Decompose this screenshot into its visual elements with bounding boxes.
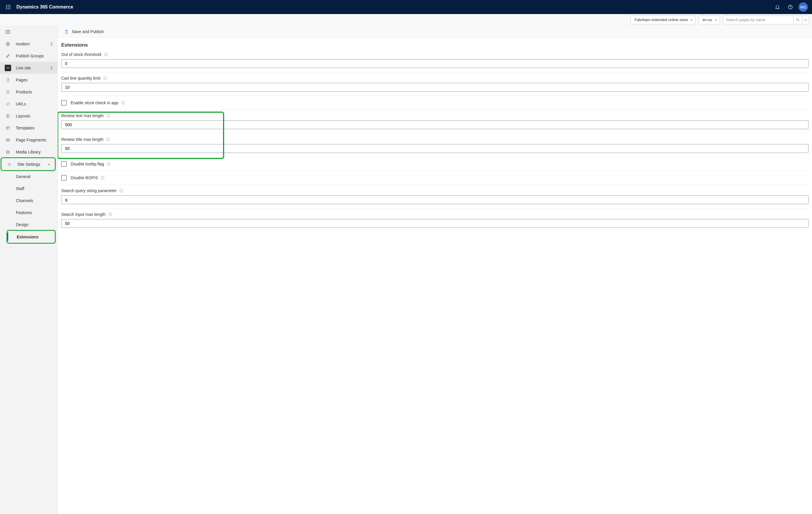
info-icon[interactable] xyxy=(104,52,108,57)
chevron-up-icon xyxy=(47,162,51,166)
svg-point-14 xyxy=(7,93,8,93)
chevron-down-icon xyxy=(690,19,693,21)
save-and-publish-button[interactable]: Save and Publish xyxy=(64,29,104,34)
out-of-stock-threshold-input[interactable] xyxy=(61,59,809,68)
sidebar-sub-features[interactable]: Features xyxy=(0,207,57,218)
help-button[interactable] xyxy=(784,0,797,14)
sidebar-item-publish-groups[interactable]: Publish Groups xyxy=(0,50,57,62)
sidebar-sub-extensions[interactable]: Extensions xyxy=(7,231,55,243)
disable-tooltip-checkbox[interactable] xyxy=(61,161,66,167)
field-label: Cart line quantity limit xyxy=(61,76,100,81)
sidebar-item-label: Media Library xyxy=(16,150,41,154)
info-icon[interactable] xyxy=(100,175,105,180)
link-icon xyxy=(5,101,11,107)
page-toolbar: Save and Publish xyxy=(58,26,812,37)
sidebar-sub-general[interactable]: General xyxy=(0,171,57,182)
field-enable-stock-check: Enable stock check in app xyxy=(61,96,809,110)
sidebar-item-label: Features xyxy=(16,210,32,215)
cart-icon xyxy=(5,89,11,95)
publish-icon xyxy=(5,53,11,59)
sidebar-sub-staff[interactable]: Staff xyxy=(0,182,57,194)
sidebar-item-label: Design xyxy=(16,222,29,227)
fragment-icon xyxy=(5,137,11,143)
field-label: Review text max length xyxy=(61,113,104,118)
sidebar-item-media[interactable]: Media Library xyxy=(0,146,57,158)
field-disable-bopis: Disable BOPIS xyxy=(61,171,809,185)
locale-selector[interactable]: en-us xyxy=(699,16,720,24)
sidebar-item-label: Products xyxy=(16,90,32,94)
disable-bopis-checkbox[interactable] xyxy=(61,175,66,180)
svg-point-10 xyxy=(790,8,790,8)
upload-icon xyxy=(64,29,69,34)
svg-point-21 xyxy=(9,164,10,165)
main-panel: Save and Publish Extensions Out of stock… xyxy=(58,26,812,514)
field-out-of-stock-threshold: Out of stock threshold xyxy=(61,52,809,72)
sidebar-item-templates[interactable]: Templates xyxy=(0,122,57,134)
sidebar-item-label: Page Fragments xyxy=(16,138,46,142)
info-icon[interactable] xyxy=(106,137,111,142)
field-review-text-max: Review text max length xyxy=(61,113,809,133)
svg-rect-17 xyxy=(6,126,10,129)
search-query-param-input[interactable] xyxy=(61,195,809,204)
sidebar-sub-design[interactable]: Design xyxy=(0,218,57,231)
info-icon[interactable] xyxy=(108,212,113,217)
info-icon[interactable] xyxy=(121,100,125,105)
sidebar-item-label: Extensions xyxy=(17,235,39,239)
broadcast-icon xyxy=(5,65,11,71)
notifications-button[interactable] xyxy=(771,0,784,14)
sidebar-item-pages[interactable]: Pages xyxy=(0,74,57,86)
chevron-down-icon xyxy=(804,19,807,21)
hamburger-icon xyxy=(5,29,11,35)
svg-point-2 xyxy=(9,5,10,6)
svg-point-0 xyxy=(6,5,7,6)
page-search-button[interactable] xyxy=(793,16,802,24)
page-search-options[interactable] xyxy=(802,16,809,24)
svg-rect-20 xyxy=(7,151,9,153)
cart-line-limit-input[interactable] xyxy=(61,83,809,92)
svg-point-3 xyxy=(6,6,7,7)
svg-point-13 xyxy=(8,67,8,68)
info-icon[interactable] xyxy=(106,162,111,167)
sidebar-item-urls[interactable]: URLs xyxy=(0,98,57,110)
field-search-query-param: Search query string parameter xyxy=(61,188,809,209)
review-title-max-input[interactable] xyxy=(61,144,809,153)
sidebar-item-modern[interactable]: modern xyxy=(0,38,57,50)
info-icon[interactable] xyxy=(103,76,108,81)
chevron-down-icon xyxy=(715,19,717,21)
sidebar-item-live-site[interactable]: Live site xyxy=(0,62,57,74)
svg-point-6 xyxy=(6,8,7,9)
search-input-max-input[interactable] xyxy=(61,219,809,228)
sidebar-item-products[interactable]: Products xyxy=(0,86,57,98)
info-icon[interactable] xyxy=(119,188,124,193)
svg-point-15 xyxy=(8,93,9,93)
sidebar-item-site-settings[interactable]: Site Settings xyxy=(1,158,55,170)
sidebar-item-label: General xyxy=(16,174,30,179)
content-scroll[interactable]: Extensions Out of stock threshold Cart l… xyxy=(58,37,812,514)
page-search xyxy=(723,16,809,24)
sidebar-item-layouts[interactable]: Layouts xyxy=(0,110,57,122)
help-icon xyxy=(788,4,793,10)
sidebar-item-fragments[interactable]: Page Fragments xyxy=(0,134,57,146)
user-avatar[interactable]: MG xyxy=(799,2,808,12)
enable-stock-check-checkbox[interactable] xyxy=(61,100,66,105)
sidebar-sub-channels[interactable]: Channels xyxy=(0,194,57,207)
info-icon[interactable] xyxy=(106,113,111,118)
locale-selector-label: en-us xyxy=(702,18,712,22)
global-header: Dynamics 365 Commerce MG xyxy=(0,0,812,14)
app-launcher-button[interactable] xyxy=(1,0,15,14)
field-label: Search input max length xyxy=(61,212,106,217)
svg-rect-16 xyxy=(7,114,9,117)
page-search-input[interactable] xyxy=(723,16,793,24)
template-icon xyxy=(5,125,11,131)
svg-point-4 xyxy=(8,6,8,7)
sidebar-item-label: Publish Groups xyxy=(16,54,44,58)
sidebar-item-label: Live site xyxy=(16,66,31,70)
sidebar-toggle[interactable] xyxy=(0,26,57,38)
svg-rect-19 xyxy=(6,151,9,153)
store-selector[interactable]: Fabrikam extended online store xyxy=(631,16,696,24)
review-text-max-input[interactable] xyxy=(61,120,809,129)
field-label: Disable tooltip flag xyxy=(70,162,104,167)
field-label: Out of stock threshold xyxy=(61,52,101,57)
svg-point-1 xyxy=(8,5,8,6)
search-icon xyxy=(796,18,800,22)
